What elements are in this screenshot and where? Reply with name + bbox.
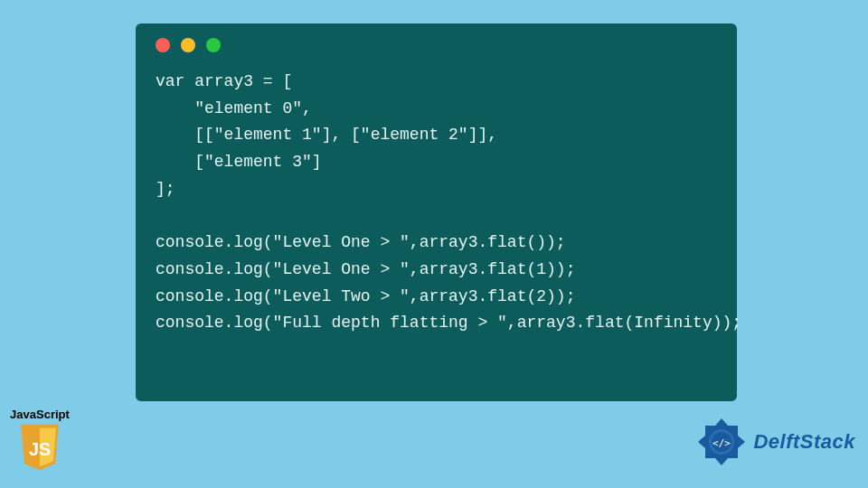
- code-line: ];: [156, 180, 175, 198]
- delftstack-text: DelftStack: [753, 430, 855, 454]
- code-snippet-card: var array3 = [ "element 0", [["element 1…: [136, 23, 737, 401]
- javascript-logo-icon: JS: [15, 423, 64, 472]
- code-line: var array3 = [: [156, 72, 292, 90]
- maximize-icon: [206, 38, 221, 52]
- close-icon: [156, 38, 170, 52]
- svg-text:</>: </>: [712, 437, 731, 449]
- javascript-badge: JavaScript JS: [7, 408, 72, 472]
- minimize-icon: [181, 38, 195, 52]
- delftstack-logo: </> DelftStack: [695, 416, 855, 468]
- delftstack-badge-icon: </>: [695, 416, 748, 468]
- code-line: console.log("Full depth flatting > ",arr…: [156, 314, 741, 332]
- code-line: "element 0",: [156, 99, 312, 117]
- javascript-label: JavaScript: [7, 408, 72, 421]
- window-controls: [156, 38, 717, 52]
- code-line: [["element 1"], ["element 2"]],: [156, 126, 497, 144]
- code-line: console.log("Level One > ",array3.flat()…: [156, 233, 566, 251]
- code-block: var array3 = [ "element 0", [["element 1…: [156, 69, 717, 337]
- code-line: ["element 3"]: [156, 153, 322, 171]
- code-line: console.log("Level Two > ",array3.flat(2…: [156, 287, 575, 305]
- code-line: console.log("Level One > ",array3.flat(1…: [156, 260, 575, 278]
- svg-text:JS: JS: [29, 439, 51, 459]
